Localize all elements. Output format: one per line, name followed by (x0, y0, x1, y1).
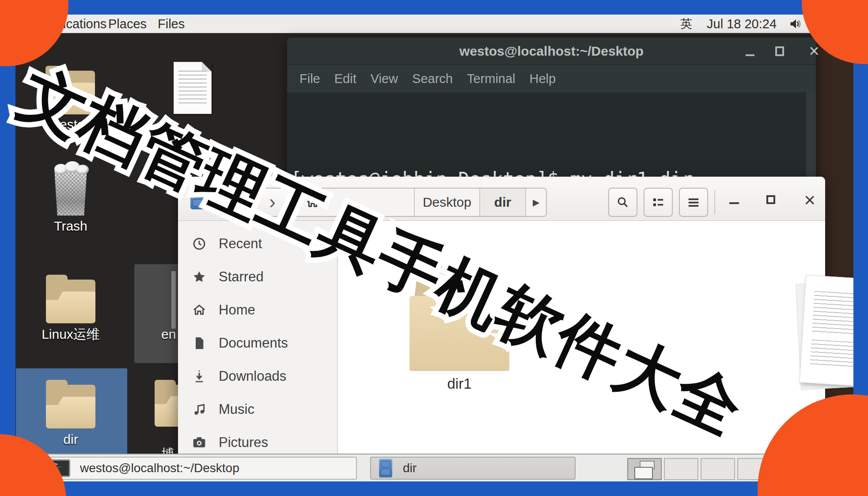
desktop-icon-label: dir (42, 432, 99, 447)
taskbar: westos@localhost:~/Desktop dir (15, 454, 853, 481)
path-bar: Desktop dir ▶ (292, 188, 547, 217)
sidebar-item-documents[interactable]: Documents (178, 326, 337, 360)
sidebar-item-downloads[interactable]: Downloads (178, 360, 337, 393)
folder-item-label: dir1 (383, 375, 536, 392)
desktop-icon-linux-ops[interactable] (46, 274, 95, 323)
home-emblem-icon: ⌂ (58, 82, 82, 105)
clock[interactable]: Jul 18 20:24 (707, 15, 777, 33)
folder-item-dir1[interactable] (409, 250, 509, 374)
workspace-1[interactable] (627, 458, 662, 480)
breadcrumb-dir-current[interactable]: dir (479, 189, 526, 216)
files-app-icon (190, 188, 207, 209)
terminal-title: westos@localhost:~/Desktop (287, 38, 816, 65)
document-thumbnail[interactable] (803, 277, 853, 385)
terminal-menu-edit[interactable]: Edit (327, 72, 364, 86)
taskbar-button-terminal[interactable]: westos@localhost:~/Desktop (42, 457, 357, 480)
volume-icon[interactable] (789, 18, 803, 32)
maximize-icon[interactable] (775, 46, 784, 56)
forward-button[interactable]: › (256, 189, 288, 216)
back-button[interactable]: ‹ (223, 189, 256, 216)
file-manager-content[interactable]: dir1 (339, 221, 825, 468)
breadcrumb-home[interactable] (292, 189, 414, 216)
headerbar-separator (714, 190, 715, 215)
trash-icon[interactable] (52, 169, 89, 216)
path-expander-icon[interactable]: ▶ (525, 189, 546, 216)
terminal-menubar: File Edit View Search Terminal Help (287, 65, 816, 92)
sidebar-item-music[interactable]: Music (178, 393, 337, 426)
maximize-icon[interactable] (766, 195, 775, 204)
search-button[interactable] (608, 188, 637, 217)
terminal-menu-file[interactable]: File (292, 72, 327, 86)
desktop-icon-label: Trash (40, 219, 102, 234)
file-manager-window: ‹ › Desktop dir ▶ (178, 177, 825, 468)
sidebar-item-home[interactable]: Home (178, 293, 337, 326)
file-manager-sidebar: Recent Starred Home Documents Downloads (178, 221, 338, 468)
workspace-switcher (627, 458, 772, 480)
minimize-icon[interactable] (746, 54, 754, 56)
screenshot-stage: Applications Places Files 英 Jul 18 20:24… (0, 0, 868, 496)
desktop-icon-label: westos (42, 117, 99, 132)
terminal-menu-search[interactable]: Search (405, 72, 460, 86)
menu-files[interactable]: Files (158, 15, 185, 33)
hamburger-menu-button[interactable] (679, 188, 708, 217)
nav-buttons: ‹ › (222, 188, 289, 217)
close-icon[interactable]: × (799, 187, 821, 214)
top-panel: Applications Places Files 英 Jul 18 20:24 (15, 15, 853, 33)
minimize-icon[interactable] (729, 202, 739, 204)
desktop-icon-dir[interactable] (46, 379, 95, 428)
files-icon (379, 459, 392, 477)
file-manager-headerbar[interactable]: ‹ › Desktop dir ▶ (178, 177, 825, 221)
breadcrumb-desktop[interactable]: Desktop (414, 189, 479, 216)
taskbar-button-dir[interactable]: dir (370, 457, 576, 480)
desktop-icon-document[interactable] (174, 62, 212, 114)
screen: Applications Places Files 英 Jul 18 20:24… (15, 15, 853, 481)
input-method-indicator[interactable]: 英 (680, 15, 692, 33)
sidebar-item-starred[interactable]: Starred (178, 260, 337, 293)
desktop-icon-en[interactable] (134, 264, 178, 363)
desktop-icon-westos[interactable]: ⌂ (45, 65, 95, 114)
menu-places[interactable]: Places (108, 15, 147, 33)
desktop-icon-label: Linux运维 (31, 326, 110, 344)
terminal-titlebar[interactable]: westos@localhost:~/Desktop × (287, 38, 816, 65)
terminal-menu-terminal[interactable]: Terminal (460, 72, 523, 86)
workspace-2[interactable] (664, 458, 698, 480)
terminal-menu-view[interactable]: View (364, 72, 405, 86)
sidebar-item-recent[interactable]: Recent (178, 227, 337, 260)
workspace-3[interactable] (701, 458, 735, 480)
list-view-toggle-button[interactable] (644, 188, 673, 217)
trash-paper (76, 165, 89, 174)
terminal-menu-help[interactable]: Help (523, 72, 563, 86)
